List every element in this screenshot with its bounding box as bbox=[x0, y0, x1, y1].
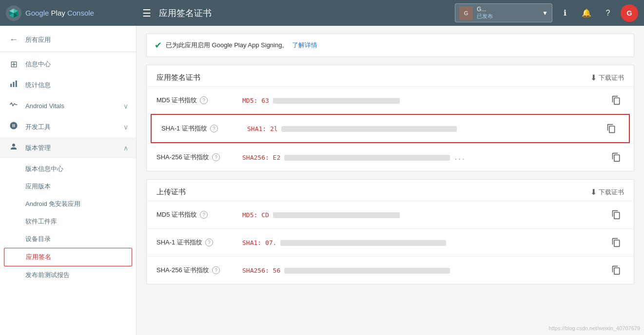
sidebar-sub-item-version-info-center[interactable]: 版本信息中心 bbox=[0, 160, 136, 178]
svg-rect-6 bbox=[13, 82, 15, 87]
upload-cert-download-icon: ⬇ bbox=[590, 187, 597, 197]
app-icon: G bbox=[459, 6, 473, 20]
svg-rect-5 bbox=[10, 84, 12, 87]
upload-cert-value-sha1-redacted bbox=[280, 240, 446, 246]
cert-label-md5: MD5 证书指纹 ? bbox=[156, 96, 234, 105]
header-left-group: ☰ 应用签名证书 bbox=[142, 7, 212, 19]
app-cert-title: 应用签名证书 bbox=[156, 73, 200, 82]
upload-cert-label-sha1-text: SHA-1 证书指纹 bbox=[156, 238, 202, 247]
upload-cert-value-sha1-prefix: SHA1: 07. bbox=[242, 239, 276, 246]
top-header: Google Play Console ☰ 应用签名证书 G G... 已发布 … bbox=[0, 0, 644, 26]
upload-cert-value-sha256-redacted bbox=[284, 268, 450, 274]
dev-tools-icon bbox=[8, 121, 20, 132]
upload-cert-label-sha256-text: SHA-256 证书指纹 bbox=[156, 266, 209, 275]
main-layout: ← 所有应用 ⊞ 信息中心 统计信息 Android Vitals ∨ bbox=[0, 26, 644, 335]
upload-cert-row-sha1: SHA-1 证书指纹 ? SHA1: 07. bbox=[147, 228, 634, 256]
upload-sha1-help-icon[interactable]: ? bbox=[205, 239, 213, 246]
avatar[interactable]: G bbox=[621, 4, 638, 22]
bell-button[interactable]: 🔔 bbox=[578, 4, 595, 22]
sidebar-item-stats[interactable]: 统计信息 bbox=[0, 74, 136, 95]
app-cert-card: 应用签名证书 ⬇ 下载证书 MD5 证书指纹 ? MD5: 63 bbox=[146, 65, 634, 171]
cert-value-sha1: SHA1: 2l bbox=[247, 125, 596, 132]
sidebar-divider-1 bbox=[0, 52, 136, 52]
sidebar-sub-item-device-catalog[interactable]: 设备目录 bbox=[0, 230, 136, 248]
cert-value-sha256-ellipsis: ... bbox=[454, 154, 465, 161]
svg-rect-7 bbox=[16, 80, 17, 87]
sidebar-item-all-apps[interactable]: ← 所有应用 bbox=[0, 30, 136, 50]
cert-value-sha256: SHA256: E2 ... bbox=[242, 154, 601, 161]
upload-sha256-help-icon[interactable]: ? bbox=[212, 266, 220, 274]
logo-icon bbox=[6, 5, 21, 21]
version-mgmt-sub-items: 版本信息中心 应用版本 Android 免安装应用 软件工件库 设备目录 应用签… bbox=[0, 158, 136, 286]
cert-label-md5-text: MD5 证书指纹 bbox=[156, 96, 197, 105]
cert-value-sha1-redacted bbox=[281, 126, 457, 132]
cert-label-sha1: SHA-1 证书指纹 ? bbox=[161, 124, 239, 133]
app-selector[interactable]: G G... 已发布 ▼ bbox=[455, 3, 552, 22]
cert-label-sha256: SHA-256 证书指纹 ? bbox=[156, 153, 234, 162]
sidebar-label-version-mgmt: 版本管理 bbox=[25, 144, 117, 152]
header-right-group: G G... 已发布 ▼ ℹ 🔔 ? G bbox=[455, 3, 638, 22]
sha1-help-icon[interactable]: ? bbox=[210, 125, 218, 132]
cert-value-sha256-prefix: SHA256: E2 bbox=[242, 154, 280, 161]
logo-text: Google Play Console bbox=[25, 9, 94, 17]
upload-cert-value-md5: MD5: CD bbox=[242, 211, 601, 219]
version-mgmt-icon bbox=[8, 142, 20, 153]
cert-row-sha256: SHA-256 证书指纹 ? SHA256: E2 ... bbox=[147, 143, 634, 171]
cert-row-sha1-wrapper: SHA-1 证书指纹 ? SHA1: 2l bbox=[151, 114, 630, 143]
android-vitals-icon bbox=[8, 100, 20, 112]
upload-cert-label-md5: MD5 证书指纹 ? bbox=[156, 210, 234, 219]
cert-copy-md5-btn[interactable] bbox=[608, 93, 624, 108]
upload-cert-value-sha1: SHA1: 07. bbox=[242, 239, 601, 246]
sidebar-label-dev-tools: 开发工具 bbox=[25, 123, 117, 131]
upload-cert-copy-sha256-btn[interactable] bbox=[608, 262, 624, 278]
stats-icon bbox=[8, 79, 20, 91]
logo-area: Google Play Console bbox=[6, 5, 142, 21]
logo-play: Play bbox=[49, 9, 65, 17]
upload-cert-label-md5-text: MD5 证书指纹 bbox=[156, 210, 197, 219]
help-button[interactable]: ? bbox=[599, 4, 617, 22]
sidebar-sub-item-app-version[interactable]: 应用版本 bbox=[0, 178, 136, 195]
sidebar-sub-item-app-signing[interactable]: 应用签名 bbox=[4, 248, 132, 266]
upload-cert-header: 上传证书 ⬇ 下载证书 bbox=[147, 180, 634, 201]
upload-cert-row-md5: MD5 证书指纹 ? MD5: CD bbox=[147, 201, 634, 228]
cert-value-sha1-prefix: SHA1: 2l bbox=[247, 125, 278, 132]
sidebar-item-android-vitals[interactable]: Android Vitals ∨ bbox=[0, 95, 136, 116]
sidebar-sub-item-android-instant[interactable]: Android 免安装应用 bbox=[0, 195, 136, 213]
sha256-help-icon[interactable]: ? bbox=[212, 153, 220, 161]
upload-cert-copy-md5-btn[interactable] bbox=[608, 207, 624, 223]
upload-cert-card: 上传证书 ⬇ 下载证书 MD5 证书指纹 ? MD5: CD bbox=[146, 179, 634, 284]
upload-md5-help-icon[interactable]: ? bbox=[200, 211, 208, 219]
upload-cert-label-sha256: SHA-256 证书指纹 ? bbox=[156, 266, 234, 275]
app-cert-download-label: 下载证书 bbox=[599, 74, 624, 82]
sidebar-item-dev-tools[interactable]: 开发工具 ∨ bbox=[0, 116, 136, 137]
upload-cert-download-label: 下载证书 bbox=[599, 188, 624, 197]
content-area: ✔ 已为此应用启用 Google Play App Signing。 了解详情 … bbox=[137, 26, 644, 335]
sidebar-label-all-apps: 所有应用 bbox=[25, 36, 128, 44]
page-title: 应用签名证书 bbox=[159, 7, 212, 19]
sidebar-item-version-mgmt[interactable]: 版本管理 ∧ bbox=[0, 137, 136, 158]
cert-label-sha1-text: SHA-1 证书指纹 bbox=[161, 124, 207, 133]
sidebar-sub-item-pre-release-test[interactable]: 发布前测试报告 bbox=[0, 266, 136, 284]
info-bar-link[interactable]: 了解详情 bbox=[292, 41, 317, 50]
cert-copy-sha256-btn[interactable] bbox=[608, 149, 624, 165]
upload-cert-download-btn[interactable]: ⬇ 下载证书 bbox=[590, 187, 624, 197]
app-status: 已发布 bbox=[477, 13, 538, 20]
cert-value-md5-redacted bbox=[273, 98, 400, 104]
app-cert-download-btn[interactable]: ⬇ 下载证书 bbox=[590, 73, 624, 82]
sidebar-item-info-center[interactable]: ⊞ 信息中心 bbox=[0, 54, 136, 74]
app-cert-header: 应用签名证书 ⬇ 下载证书 bbox=[147, 65, 634, 86]
sidebar-sub-item-artifact-library[interactable]: 软件工件库 bbox=[0, 213, 136, 230]
cert-row-sha1: SHA-1 证书指纹 ? SHA1: 2l bbox=[152, 115, 629, 142]
cert-value-md5: MD5: 63 bbox=[242, 97, 601, 104]
dropdown-arrow-icon: ▼ bbox=[542, 10, 548, 17]
info-button[interactable]: ℹ bbox=[556, 4, 574, 22]
upload-cert-value-sha256: SHA256: 56 bbox=[242, 267, 601, 274]
info-bar: ✔ 已为此应用启用 Google Play App Signing。 了解详情 bbox=[147, 34, 634, 56]
hamburger-icon[interactable]: ☰ bbox=[142, 7, 151, 19]
cert-copy-sha1-btn[interactable] bbox=[604, 121, 619, 136]
cert-row-md5: MD5 证书指纹 ? MD5: 63 bbox=[147, 86, 634, 114]
upload-cert-value-md5-prefix: MD5: CD bbox=[242, 211, 269, 219]
upload-cert-copy-sha1-btn[interactable] bbox=[608, 235, 624, 250]
md5-help-icon[interactable]: ? bbox=[200, 96, 208, 104]
dev-tools-arrow-icon: ∨ bbox=[123, 123, 128, 131]
